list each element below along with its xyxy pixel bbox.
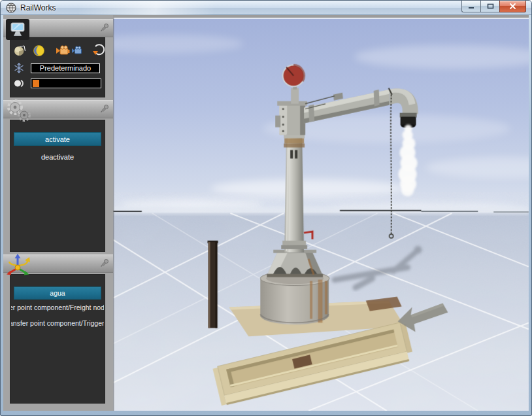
dimmer-toggle-icon <box>14 79 25 88</box>
intensity-slider[interactable] <box>31 78 101 88</box>
monitor-icon <box>10 22 25 37</box>
link-item-agua[interactable]: agua <box>14 286 101 300</box>
world-viewport[interactable] <box>113 18 529 411</box>
maximize-button[interactable] <box>480 1 499 12</box>
link-label: er point component/Freight node <box>11 303 104 311</box>
window-title: RailWorks <box>20 3 56 12</box>
panel-body-actions: activate deactivate <box>10 120 105 252</box>
link-label: agua <box>50 289 65 297</box>
action-label: activate <box>45 135 70 143</box>
camera-active-icon[interactable] <box>56 44 70 57</box>
close-button[interactable] <box>499 1 526 12</box>
link-label: ansfer point component/Trigger b <box>11 319 104 327</box>
minimize-button[interactable] <box>461 1 480 12</box>
action-item-activate[interactable]: activate <box>14 132 101 146</box>
rotate-gizmo-icon[interactable] <box>5 253 32 277</box>
stone-base <box>260 271 329 325</box>
editor-sidebar: activate deactivate <box>3 15 113 411</box>
viewport-left-edge <box>113 18 114 411</box>
snowflake-icon <box>14 63 24 73</box>
weather-profile-input[interactable] <box>31 63 100 73</box>
camera-icon[interactable] <box>71 44 83 57</box>
link-item-trigger[interactable]: ansfer point component/Trigger b <box>11 318 104 328</box>
sphere-brush-icon[interactable] <box>14 44 26 57</box>
link-item-freight-node[interactable]: er point component/Freight node <box>11 302 104 313</box>
client-area: activate deactivate <box>3 15 529 411</box>
slider-handle[interactable] <box>33 80 39 87</box>
wooden-post[interactable] <box>208 241 218 328</box>
display-toolbar <box>14 44 101 57</box>
moon-icon[interactable] <box>33 44 45 57</box>
reset-rotation-icon[interactable] <box>92 44 105 57</box>
weather-row <box>14 62 103 74</box>
pin-icon[interactable] <box>100 258 109 268</box>
app-icon <box>6 3 16 13</box>
action-label: deactivate <box>41 153 74 161</box>
action-item-deactivate[interactable]: deactivate <box>14 150 101 164</box>
display-settings-tab[interactable] <box>6 19 29 40</box>
titlebar: RailWorks <box>1 1 531 15</box>
panel-head-links <box>3 254 113 273</box>
panel-body-links: agua er point component/Freight node ans… <box>10 274 105 404</box>
panel-head-actions <box>3 100 113 118</box>
signal-disc <box>283 65 305 86</box>
window-controls <box>461 1 526 12</box>
panel-body-display <box>10 37 105 97</box>
gears-icon[interactable] <box>5 99 33 124</box>
pin-icon[interactable] <box>100 104 109 113</box>
titlebar-gloss <box>79 1 249 15</box>
railworks-window: RailWorks <box>0 0 532 416</box>
panel-head-display <box>3 19 113 37</box>
pin-icon[interactable] <box>100 23 109 32</box>
viewport-top-edge <box>113 18 529 19</box>
slider-row <box>14 78 103 88</box>
